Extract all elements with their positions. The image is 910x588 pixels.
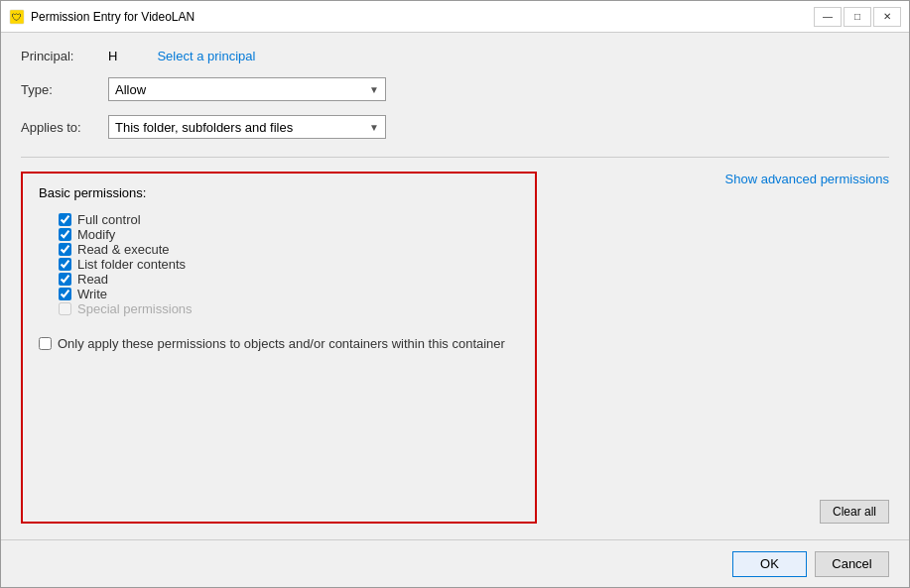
applies-to-row: Applies to: This folder, subfolders and … [21,115,889,139]
permission-item: Read [59,272,519,287]
main-window: 🛡 Permission Entry for VideoLAN — □ ✕ Pr… [0,0,910,588]
applies-to-label: Applies to: [21,120,100,135]
permissions-panel: Basic permissions: Full controlModifyRea… [21,172,537,524]
permission-label: Read [77,272,108,287]
permission-label: Read & execute [77,242,170,257]
permission-checkbox-modify[interactable] [59,228,71,241]
title-bar: 🛡 Permission Entry for VideoLAN — □ ✕ [1,1,909,33]
window-title: Permission Entry for VideoLAN [31,10,814,24]
clear-all-button[interactable]: Clear all [820,500,889,524]
permission-item: Write [59,287,519,301]
apply-only-checkbox[interactable] [39,337,52,350]
permission-item: Modify [59,227,519,242]
apply-only-row: Only apply these permissions to objects … [39,336,519,351]
permission-checkbox-read-&-execute[interactable] [59,243,71,256]
permission-checkbox-read[interactable] [59,273,71,286]
dialog-content: Principal: H Select a principal Type: Al… [1,33,909,539]
separator [21,157,889,158]
type-dropdown-arrow: ▼ [369,84,379,95]
svg-text:🛡: 🛡 [12,12,22,23]
minimize-button[interactable]: — [814,7,842,27]
permission-item: Full control [59,212,519,227]
permissions-title: Basic permissions: [39,185,519,200]
permission-item: List folder contents [59,257,519,272]
permission-label: Full control [77,212,141,227]
close-button[interactable]: ✕ [873,7,901,27]
applies-to-dropdown-arrow: ▼ [369,122,379,133]
show-advanced-link[interactable]: Show advanced permissions [725,172,889,186]
permission-label: Special permissions [77,301,193,316]
ok-button[interactable]: OK [732,551,807,577]
type-dropdown-value: Allow [115,82,369,97]
permission-checkbox-full-control[interactable] [59,213,71,226]
permissions-checkboxes: Full controlModifyRead & executeList fol… [39,212,519,316]
applies-to-dropdown-value: This folder, subfolders and files [115,120,369,135]
type-row: Type: Allow ▼ [21,77,889,101]
applies-to-dropdown[interactable]: This folder, subfolders and files ▼ [108,115,386,139]
type-dropdown[interactable]: Allow ▼ [108,77,386,101]
cancel-button[interactable]: Cancel [815,551,889,577]
principal-value: H [108,49,117,63]
permission-label: Write [77,287,107,301]
permission-label: Modify [77,227,115,242]
window-controls: — □ ✕ [814,7,901,27]
permission-item: Read & execute [59,242,519,257]
permission-checkbox-write[interactable] [59,288,71,300]
principal-label: Principal: [21,49,100,63]
permission-label: List folder contents [77,257,186,272]
permission-checkbox-special-permissions[interactable] [59,302,71,315]
apply-only-label: Only apply these permissions to objects … [58,336,505,351]
main-area: Basic permissions: Full controlModifyRea… [21,172,889,524]
select-principal-link[interactable]: Select a principal [157,49,255,63]
principal-row: Principal: H Select a principal [21,49,889,63]
permission-checkbox-list-folder-contents[interactable] [59,258,71,271]
permission-item: Special permissions [59,301,519,316]
right-area: Show advanced permissions Clear all [537,172,889,524]
maximize-button[interactable]: □ [844,7,871,27]
type-label: Type: [21,82,100,97]
footer: OK Cancel [1,539,909,587]
window-icon: 🛡 [9,9,25,25]
